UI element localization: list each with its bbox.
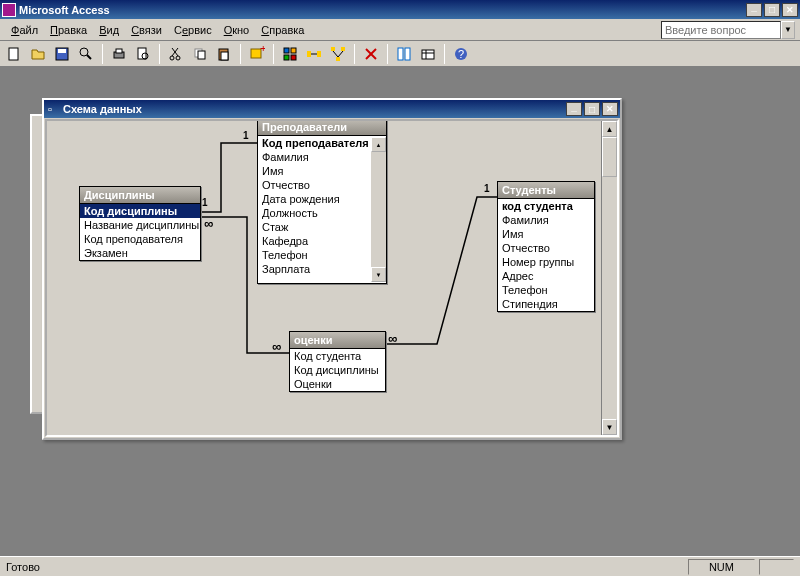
field[interactable]: Имя	[258, 164, 371, 178]
field[interactable]: Отчество	[258, 178, 371, 192]
svg-rect-21	[284, 55, 289, 60]
direct-rel-icon[interactable]	[303, 43, 325, 65]
status-num: NUM	[688, 559, 755, 575]
rel-one-label: 1	[202, 197, 208, 208]
svg-text:?: ?	[458, 48, 464, 60]
svg-rect-14	[198, 51, 205, 59]
scroll-thumb[interactable]	[602, 137, 617, 177]
svg-rect-33	[398, 48, 403, 60]
menu-view[interactable]: Вид	[93, 22, 125, 38]
menu-help[interactable]: Справка	[255, 22, 310, 38]
schema-min-button[interactable]	[566, 102, 582, 116]
help-icon[interactable]: ?	[450, 43, 472, 65]
svg-line-30	[338, 51, 343, 57]
field[interactable]: Код студента	[290, 349, 385, 363]
db-icon[interactable]	[417, 43, 439, 65]
field[interactable]: Имя	[498, 227, 594, 241]
rel-many-label: ∞	[272, 339, 281, 354]
table-teachers-header: Преподаватели	[258, 119, 386, 136]
new-icon[interactable]	[3, 43, 25, 65]
print-icon[interactable]	[108, 43, 130, 65]
table-disciplines[interactable]: Дисциплины Код дисциплины Название дисци…	[79, 186, 201, 261]
ask-box: ▼	[661, 21, 795, 39]
field[interactable]: Стипендия	[498, 297, 594, 311]
menu-window[interactable]: Окно	[218, 22, 256, 38]
field[interactable]: Фамилия	[258, 150, 371, 164]
table-scrollbar[interactable]: ▲▼	[371, 137, 386, 282]
schema-max-button[interactable]	[584, 102, 600, 116]
field[interactable]: Отчество	[498, 241, 594, 255]
close-button[interactable]	[782, 3, 798, 17]
svg-point-12	[176, 56, 180, 60]
field[interactable]: Номер группы	[498, 255, 594, 269]
schema-close-button[interactable]	[602, 102, 618, 116]
table-grades-fields: Код студента Код дисциплины Оценки	[290, 349, 385, 391]
search-icon[interactable]	[75, 43, 97, 65]
field[interactable]: Адрес	[498, 269, 594, 283]
field[interactable]: Название дисциплины	[80, 218, 200, 232]
all-rel-icon[interactable]	[327, 43, 349, 65]
workspace: ▫ Схема данных 1 1 ∞ ∞ ∞ 1 Дисциплины	[0, 67, 800, 556]
svg-point-3	[80, 48, 88, 56]
field[interactable]: код студента	[498, 199, 594, 213]
svg-rect-27	[341, 47, 345, 51]
field[interactable]: Телефон	[258, 248, 371, 262]
scroll-down-icon[interactable]: ▼	[602, 419, 617, 435]
scroll-up-icon[interactable]: ▲	[602, 121, 617, 137]
table-teachers[interactable]: Преподаватели Код преподавателя Фамилия …	[257, 119, 387, 284]
field[interactable]: Код дисциплины	[290, 363, 385, 377]
app-title: Microsoft Access	[19, 4, 746, 16]
svg-rect-20	[291, 48, 296, 53]
schema-window-icon: ▫	[48, 103, 60, 115]
menu-file[interactable]: Файл	[5, 22, 44, 38]
toolbar: + ?	[0, 41, 800, 67]
svg-line-4	[87, 55, 91, 59]
field[interactable]: Зарплата	[258, 262, 371, 276]
rel-icon[interactable]	[393, 43, 415, 65]
restore-button[interactable]	[764, 3, 780, 17]
cut-icon[interactable]	[165, 43, 187, 65]
save-icon[interactable]	[51, 43, 73, 65]
add-table-icon[interactable]: +	[246, 43, 268, 65]
copy-icon[interactable]	[189, 43, 211, 65]
field[interactable]: Кафедра	[258, 234, 371, 248]
field[interactable]: Должность	[258, 206, 371, 220]
field[interactable]: Оценки	[290, 377, 385, 391]
table-grades[interactable]: оценки Код студента Код дисциплины Оценк…	[289, 331, 386, 392]
field[interactable]: Экзамен	[80, 246, 200, 260]
delete-icon[interactable]	[360, 43, 382, 65]
svg-line-29	[333, 51, 338, 57]
rel-many-label: ∞	[204, 216, 213, 231]
field[interactable]: Телефон	[498, 283, 594, 297]
field[interactable]: Код преподавателя	[80, 232, 200, 246]
status-empty	[759, 559, 794, 575]
menu-relations[interactable]: Связи	[125, 22, 168, 38]
paste-icon[interactable]	[213, 43, 235, 65]
table-disciplines-header: Дисциплины	[80, 187, 200, 204]
table-students[interactable]: Студенты код студента Фамилия Имя Отчест…	[497, 181, 595, 312]
preview-icon[interactable]	[132, 43, 154, 65]
svg-rect-34	[405, 48, 410, 60]
schema-canvas[interactable]: 1 1 ∞ ∞ ∞ 1 Дисциплины Код дисциплины На…	[45, 119, 619, 437]
svg-rect-2	[58, 49, 66, 53]
minimize-button[interactable]	[746, 3, 762, 17]
svg-point-11	[170, 56, 174, 60]
field[interactable]: Фамилия	[498, 213, 594, 227]
status-ready: Готово	[6, 561, 684, 573]
menu-edit[interactable]: Правка	[44, 22, 93, 38]
svg-rect-16	[221, 52, 228, 60]
field[interactable]: Код дисциплины	[80, 204, 200, 218]
svg-rect-28	[336, 57, 340, 61]
table-students-fields: код студента Фамилия Имя Отчество Номер …	[498, 199, 594, 311]
field[interactable]: Стаж	[258, 220, 371, 234]
field[interactable]: Дата рождения	[258, 192, 371, 206]
menu-service[interactable]: Сервис	[168, 22, 218, 38]
ask-input[interactable]	[661, 21, 781, 39]
table-grades-header: оценки	[290, 332, 385, 349]
field[interactable]: Код преподавателя	[258, 136, 371, 150]
schema-vscrollbar[interactable]: ▲ ▼	[601, 121, 617, 435]
svg-text:+: +	[260, 46, 265, 54]
show-table-icon[interactable]	[279, 43, 301, 65]
ask-dropdown[interactable]: ▼	[781, 21, 795, 39]
open-icon[interactable]	[27, 43, 49, 65]
